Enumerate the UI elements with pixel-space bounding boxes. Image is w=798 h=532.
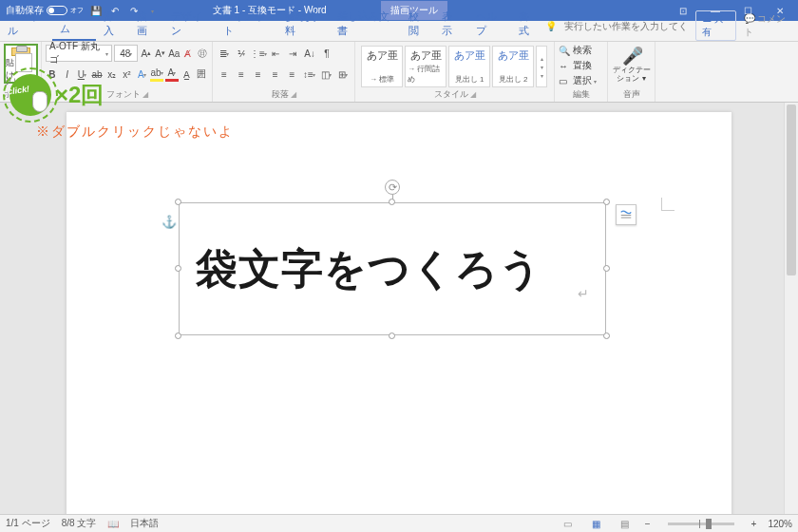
layout-options-button[interactable]	[616, 204, 636, 225]
qat-customize-icon[interactable]: ▾	[145, 4, 159, 17]
ribbon: 貼り付け クリップボード◢ A-OTF 新丸ゴ▾ 48▾ A▴ A▾ Aa A̸…	[0, 42, 798, 103]
zoom-slider-thumb[interactable]	[706, 519, 712, 529]
decrease-indent-icon[interactable]: ⇤	[268, 46, 283, 61]
toggle-off-icon	[47, 6, 67, 15]
microphone-icon[interactable]: 🎤	[622, 46, 641, 66]
subscript-icon[interactable]: x₂	[105, 66, 119, 82]
resize-handle[interactable]	[175, 199, 181, 205]
group-label-styles: スタイル◢	[355, 88, 554, 101]
replace-button[interactable]: ↔置換	[559, 59, 603, 72]
char-shading-icon[interactable]: 囲	[195, 66, 208, 82]
resize-handle[interactable]	[603, 265, 610, 272]
sort-icon[interactable]: A↓	[302, 46, 317, 61]
annotation-note: ※ダブルクリックじゃないよ	[36, 124, 234, 141]
replace-icon: ↔	[559, 61, 570, 71]
page[interactable]: ⚓ ⟳ 袋文字をつくろう ↵	[66, 112, 732, 514]
increase-indent-icon[interactable]: ⇥	[285, 46, 300, 61]
undo-icon[interactable]: ↶	[108, 4, 122, 17]
view-web-icon[interactable]: ▤	[617, 517, 634, 530]
scrollbar-thumb[interactable]	[787, 104, 796, 276]
enclose-char-icon[interactable]: ㊐	[196, 46, 208, 61]
status-word-count[interactable]: 8/8 文字	[62, 517, 97, 530]
ribbon-options-icon[interactable]: ⊡	[669, 0, 697, 21]
svg-rect-1	[621, 218, 632, 218]
numbering-icon[interactable]: ⅟▾	[234, 46, 249, 61]
ribbon-tabs: ファイル ホーム 挿入 描画 デザイン レイアウト 参考資料 差し込み文書 校閲…	[0, 21, 798, 42]
resize-handle[interactable]	[175, 332, 181, 339]
tab-references[interactable]: 参考資料	[277, 7, 330, 41]
bullets-icon[interactable]: ≣▾	[217, 46, 232, 61]
tell-me-input[interactable]	[564, 21, 688, 31]
select-button[interactable]: ▭選択▾	[559, 74, 603, 87]
status-proofing-icon[interactable]: 📖	[107, 519, 119, 529]
font-color-icon[interactable]: A▾	[165, 66, 179, 82]
style-normal[interactable]: あア亜→ 標準	[361, 46, 403, 87]
show-marks-icon[interactable]: ¶	[319, 46, 334, 61]
distributed-icon[interactable]: ≡	[285, 66, 300, 82]
resize-handle[interactable]	[389, 332, 395, 339]
shrink-font-icon[interactable]: A▾	[154, 46, 166, 61]
group-paragraph: ≣▾ ⅟▾ ⋮≡▾ ⇤ ⇥ A↓ ¶ ≡ ≡ ≡ ≡ ≡ ↕≡▾ ◫▾ ⊞▾ 段…	[213, 42, 355, 102]
group-label-paragraph: 段落◢	[213, 88, 354, 101]
view-read-icon[interactable]: ▭	[560, 517, 577, 530]
group-editing: 🔍検索 ↔置換 ▭選択▾ 編集	[555, 42, 608, 102]
text-effects-icon[interactable]: A▾	[135, 66, 148, 82]
style-no-spacing[interactable]: あア亜→ 行間詰め	[405, 46, 446, 87]
tab-view[interactable]: 表示	[434, 7, 468, 41]
document-area: ⚓ ⟳ 袋文字をつくろう ↵	[0, 103, 798, 514]
zoom-in-button[interactable]: +	[751, 519, 757, 529]
style-heading1[interactable]: あア亜見出し 1	[448, 46, 490, 87]
zoom-out-button[interactable]: −	[645, 519, 651, 529]
resize-handle[interactable]	[603, 332, 610, 339]
justify-icon[interactable]: ≡	[268, 66, 283, 82]
redo-icon[interactable]: ↷	[127, 4, 141, 17]
save-icon[interactable]: 💾	[89, 4, 103, 17]
line-spacing-icon[interactable]: ↕≡▾	[301, 66, 316, 82]
zoom-level[interactable]: 120%	[768, 519, 792, 529]
align-right-icon[interactable]: ≡	[251, 66, 266, 82]
tab-help[interactable]: ヘルプ	[468, 7, 511, 41]
highlight-icon[interactable]: ab▾	[150, 66, 163, 82]
status-language[interactable]: 日本語	[130, 517, 159, 530]
shading-icon[interactable]: ◫▾	[318, 66, 333, 82]
tab-review[interactable]: 校閲	[401, 7, 435, 41]
tab-file[interactable]: ファイル	[0, 7, 52, 41]
tab-mailings[interactable]: 差し込み文書	[330, 7, 401, 41]
maximize-icon[interactable]: ☐	[733, 0, 762, 21]
resize-handle[interactable]	[389, 199, 395, 205]
clipboard-icon	[11, 48, 30, 56]
clear-format-icon[interactable]: A̸	[182, 46, 195, 61]
text-box[interactable]: ⟳ 袋文字をつくろう ↵	[179, 202, 606, 335]
find-button[interactable]: 🔍検索	[559, 44, 603, 57]
align-center-icon[interactable]: ≡	[234, 66, 249, 82]
resize-handle[interactable]	[175, 265, 181, 272]
style-heading2[interactable]: あア亜見出し 2	[492, 46, 534, 87]
tab-format[interactable]: 書式	[511, 7, 545, 41]
phonetic-guide-icon[interactable]: Aa	[168, 46, 180, 61]
font-size-combo[interactable]: 48▾	[114, 45, 138, 62]
text-box-content[interactable]: 袋文字をつくろう	[179, 202, 606, 335]
align-left-icon[interactable]: ≡	[217, 66, 232, 82]
tell-me-icon: 💡	[545, 21, 557, 31]
mouse-icon	[32, 91, 48, 112]
styles-more-icon[interactable]: ▴▾▾	[536, 46, 547, 87]
superscript-icon[interactable]: x²	[121, 66, 134, 82]
rotate-handle-icon[interactable]: ⟳	[385, 180, 400, 195]
vertical-scrollbar[interactable]	[784, 103, 798, 514]
tab-layout[interactable]: レイアウト	[216, 7, 277, 41]
resize-handle[interactable]	[603, 199, 610, 205]
zoom-slider[interactable]	[668, 522, 734, 525]
status-page[interactable]: 1/1 ページ	[6, 517, 50, 530]
minimize-icon[interactable]: —	[701, 0, 730, 21]
multilevel-icon[interactable]: ⋮≡▾	[251, 46, 266, 61]
group-dictation: 🎤 ディクテーション ▾ 音声	[608, 42, 656, 102]
font-name-combo[interactable]: A-OTF 新丸ゴ▾	[46, 45, 112, 62]
tab-design[interactable]: デザイン	[163, 7, 216, 41]
grow-font-icon[interactable]: A▴	[140, 46, 152, 61]
select-icon: ▭	[559, 76, 570, 86]
view-print-icon[interactable]: ▦	[588, 517, 605, 530]
char-border-icon[interactable]: A̲	[180, 66, 194, 82]
borders-icon[interactable]: ⊞▾	[335, 66, 351, 82]
group-styles: あア亜→ 標準 あア亜→ 行間詰め あア亜見出し 1 あア亜見出し 2 ▴▾▾ …	[355, 42, 555, 102]
close-icon[interactable]: ✕	[766, 0, 794, 21]
